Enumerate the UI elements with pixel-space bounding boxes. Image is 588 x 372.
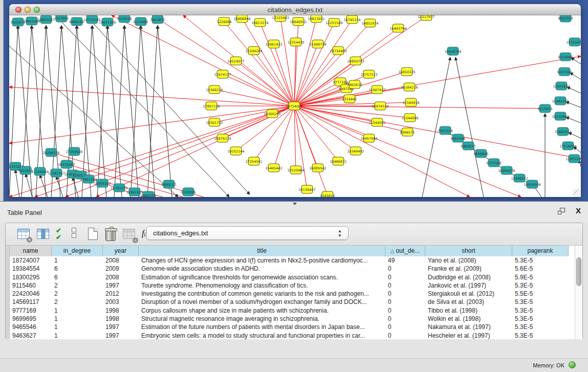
table-cell[interactable]: Estimation of the future numbers of pati… (139, 323, 385, 331)
column-header-short[interactable]: short (425, 246, 512, 256)
citation-edge-red[interactable] (294, 106, 328, 195)
graph-node[interactable]: 9463627 (461, 142, 476, 150)
table-cell[interactable]: Structural magnetic resonance image aver… (139, 315, 385, 323)
graph-node[interactable]: 16606844 (233, 15, 250, 23)
citation-edge-black[interactable] (158, 26, 172, 197)
row-height-icon[interactable] (68, 227, 82, 242)
scrollbar-thumb[interactable] (576, 257, 581, 286)
table-cell[interactable]: 0 (385, 290, 425, 298)
citation-edge-black[interactable] (114, 26, 124, 197)
graph-node[interactable]: 16164216 (401, 83, 418, 91)
table-cell[interactable]: 2 (52, 298, 103, 306)
table-cell[interactable]: 22420046 (10, 290, 52, 298)
table-cell[interactable]: 9115460 (10, 281, 52, 290)
citation-edge-red[interactable] (223, 74, 294, 106)
table-cell[interactable]: Embryonic stem cells: a model to study s… (139, 332, 385, 340)
table-cell[interactable]: 2008 (103, 273, 139, 281)
graph-node[interactable]: 17359928 (66, 147, 82, 156)
graph-node[interactable]: 10719185 (83, 15, 100, 24)
graph-node[interactable]: 19613031 (308, 15, 324, 23)
table-cell[interactable]: Yano et al. (2008) (425, 256, 512, 265)
graph-node[interactable]: 18300295 (264, 110, 280, 118)
table-cell[interactable]: 5.6E-5 (512, 265, 569, 273)
table-row[interactable]: 1456911722003Disruption of a novel membe… (10, 298, 574, 306)
window-resize-grip[interactable] (573, 189, 580, 196)
table-cell[interactable]: 1997 (103, 332, 139, 340)
graph-node[interactable]: 12342757 (48, 169, 64, 177)
citation-edge-red[interactable] (254, 51, 294, 106)
graph-node[interactable]: 9465546 (451, 134, 466, 142)
graph-node[interactable]: 14850325 (398, 68, 415, 76)
graph-node[interactable]: 10745214 (343, 15, 360, 24)
table-row[interactable]: 2242004622012Investigating the contribut… (10, 290, 574, 298)
table-cell[interactable]: 1998 (103, 307, 139, 315)
table-selector-dropdown[interactable]: citations_edges.txt ▲▼ (146, 226, 349, 240)
citation-edge-red[interactable] (294, 18, 316, 106)
citation-edge-red[interactable] (294, 28, 398, 106)
new-column-icon[interactable] (86, 227, 101, 242)
graph-node[interactable]: 10924504 (524, 180, 540, 188)
table-cell[interactable]: Tibbo et al. (1998) (425, 307, 512, 315)
graph-node[interactable]: 11544091 (368, 118, 385, 126)
table-cell[interactable]: 6 (52, 273, 103, 281)
graph-node[interactable]: 10486871 (330, 157, 346, 165)
citation-edge-red[interactable] (294, 23, 334, 106)
table-cell[interactable]: 49 (385, 256, 425, 265)
table-cell[interactable]: 2008 (103, 256, 139, 265)
citation-edge-red[interactable] (96, 106, 294, 197)
graph-node[interactable]: 11544916 (402, 98, 419, 106)
graph-node[interactable]: 8215953 (538, 104, 553, 113)
graph-node[interactable]: 19252144 (227, 147, 244, 155)
table-cell[interactable]: Franke et al. (2009) (425, 265, 512, 273)
table-cell[interactable]: 5.3E-5 (512, 256, 569, 265)
citation-edge-black[interactable] (107, 26, 122, 197)
table-cell[interactable]: 5.3E-5 (512, 315, 569, 323)
citation-edge-black[interactable] (130, 26, 141, 197)
table-row[interactable]: 946362711997Embryonic stem cells: a mode… (10, 332, 574, 340)
graph-node[interactable]: 18613274 (251, 18, 268, 27)
close-panel-icon[interactable]: X (576, 206, 581, 215)
citation-edge-black[interactable] (124, 26, 139, 197)
graph-node[interactable]: 12251549 (325, 18, 342, 27)
graph-node[interactable]: 14671358 (99, 18, 116, 26)
graph-node[interactable]: 9227343 (557, 68, 572, 76)
table-cell[interactable]: Investigating the contribution of common… (139, 290, 385, 298)
graph-node[interactable]: 19734903 (330, 47, 346, 55)
table-cell[interactable]: 2012 (103, 290, 139, 298)
graph-node[interactable]: 11875324 (565, 155, 581, 163)
table-cell[interactable]: Wolkin et al. (1998) (425, 315, 512, 323)
graph-node[interactable]: 16640931 (290, 17, 307, 26)
table-row[interactable]: 1872400712008Changes of HCN gene express… (10, 256, 574, 265)
graph-node[interactable]: 8096575 (400, 128, 415, 136)
graph-node[interactable]: 7462610 (347, 80, 362, 89)
citation-edge-red[interactable] (112, 15, 294, 106)
table-cell[interactable]: 14569117 (10, 298, 52, 306)
column-header-title[interactable]: title (139, 246, 385, 256)
column-header-pagerank[interactable]: pagerank (512, 246, 569, 256)
table-cell[interactable]: Changes of HCN gene expression and I(f) … (139, 256, 385, 265)
graph-node[interactable]: 15495442 (265, 164, 282, 172)
network-window[interactable]: 5535571206914061065328715276026466160107… (9, 4, 581, 197)
network-graph[interactable]: 5535571206914061065328715276026466160107… (9, 15, 581, 197)
table-cell[interactable]: 1 (52, 323, 103, 331)
table-cell[interactable]: 0 (385, 265, 425, 273)
table-cell[interactable]: 1997 (103, 281, 139, 290)
table-cell[interactable]: Estimation of significance thresholds fo… (139, 273, 385, 281)
split-pane-handle[interactable] (292, 203, 297, 206)
table-cell[interactable]: 2 (52, 281, 103, 290)
graph-node[interactable]: 9699695 (474, 149, 489, 158)
graph-node[interactable]: 9922329 (558, 15, 573, 22)
table-cell[interactable]: Dudbridge et al. (2008) (425, 273, 512, 281)
graph-node[interactable]: 16210643 (552, 112, 569, 120)
table-cell[interactable]: 9463627 (10, 332, 52, 340)
table-row[interactable]: 977716911998Corpus callosum shape and si… (10, 307, 574, 315)
graph-node[interactable]: 2316442 (342, 95, 357, 103)
table-cell[interactable]: 9465546 (10, 323, 52, 331)
table-cell[interactable]: Corpus callosum shape and size in male p… (139, 307, 385, 315)
citation-edge-black[interactable] (9, 26, 18, 197)
graph-node[interactable]: 1527602 (54, 15, 69, 22)
graph-node[interactable]: 11156869 (31, 167, 48, 176)
citation-edge-red[interactable] (294, 106, 407, 132)
citation-edge-red[interactable] (294, 106, 307, 189)
window-titlebar[interactable]: citations_edges.txt (9, 4, 581, 15)
